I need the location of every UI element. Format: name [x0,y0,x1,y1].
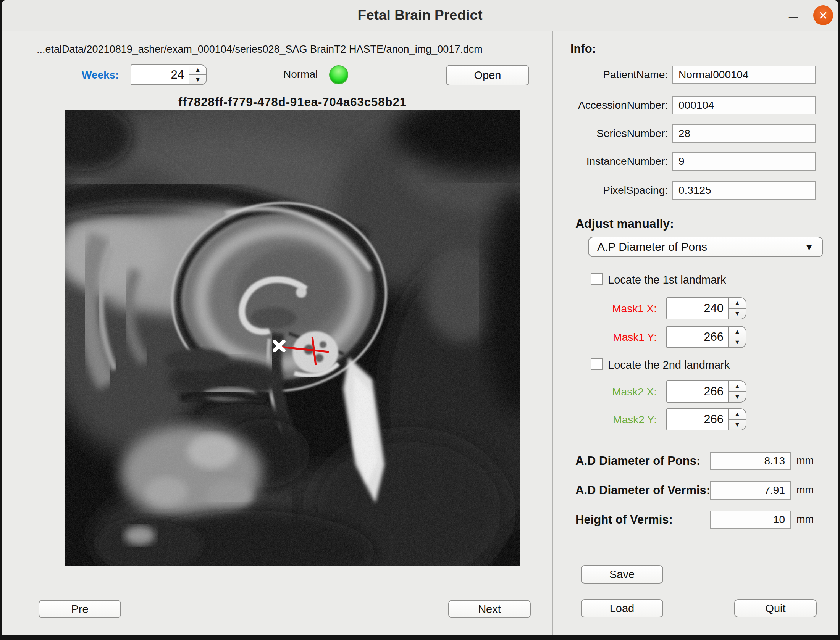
weeks-spinner: ▲ ▼ [189,65,206,84]
load-button-label: Load [610,602,635,615]
accession-number-field[interactable]: 000104 [672,96,816,114]
vermis-diameter-label: A.D Diameter of Vermis: [575,484,710,497]
dropdown-arrow-icon: ▼ [804,241,814,253]
mask2-y-spinbox[interactable]: 266 ▲ ▼ [666,408,746,430]
mask1-y-spinner: ▲ ▼ [729,327,746,347]
mask1-y-value[interactable]: 266 [667,327,729,347]
pons-diameter-label: A.D Diameter of Pons: [575,454,700,468]
quit-button-label: Quit [765,602,785,615]
app-window: Fetal Brain Predict – ✕ ...etalData/2021… [2,0,838,635]
instance-number-field[interactable]: 9 [672,152,816,171]
image-title: ff7828ff-f779-478d-91ea-704a63c58b21 [65,95,520,109]
mask2-x-value[interactable]: 266 [667,381,729,402]
mask2-y-value[interactable]: 266 [667,409,729,430]
patient-name-label: PatientName: [555,69,668,81]
series-number-value: 28 [678,127,690,140]
mri-image[interactable] [65,110,520,566]
vermis-diameter-field: 7.91 [710,481,791,500]
spin-up-icon[interactable]: ▲ [189,65,206,75]
vermis-height-label: Height of Vermis: [575,513,673,527]
pre-button[interactable]: Pre [39,600,121,618]
mask2-y-spinner: ▲ ▼ [729,409,746,430]
spin-down-icon[interactable]: ▼ [729,420,746,430]
mask2-x-label: Mask2 X: [592,386,657,398]
instance-number-label: InstanceNumber: [555,155,668,168]
save-button[interactable]: Save [581,565,663,584]
window-title: Fetal Brain Predict [2,0,838,31]
title-bar: Fetal Brain Predict – ✕ [2,0,838,31]
close-button[interactable]: ✕ [813,5,833,25]
landmark2-checkbox[interactable] [591,358,603,370]
landmark1-checkbox-label: Locate the 1st landmark [608,274,726,286]
accession-number-value: 000104 [678,99,714,111]
mask1-y-spinbox[interactable]: 266 ▲ ▼ [666,326,746,348]
load-button[interactable]: Load [581,599,663,617]
pons-diameter-unit: mm [796,455,814,467]
vermis-height-value: 10 [773,514,785,526]
mask2-y-label: Mask2 Y: [592,414,657,426]
landmark2-checkbox-label: Locate the 2nd landmark [608,359,730,371]
mri-canvas [65,110,520,566]
landmark1-checkbox[interactable] [591,273,603,285]
save-button-label: Save [609,568,635,581]
minimize-icon: – [789,6,798,26]
pixel-spacing-value: 0.3125 [678,184,711,197]
quit-button[interactable]: Quit [734,599,817,617]
next-button-label: Next [478,603,501,616]
mask1-x-spinner: ▲ ▼ [729,298,746,319]
weeks-label: Weeks: [82,69,119,81]
patient-name-field[interactable]: Normal000104 [672,66,816,84]
mask1-x-label: Mask1 X: [592,303,657,315]
mask2-x-spinner: ▲ ▼ [729,381,746,402]
status-indicator-icon [329,65,348,84]
accession-number-label: AccessionNumber: [555,99,668,111]
series-number-label: SeriesNumber: [555,127,668,140]
vermis-height-unit: mm [796,514,814,526]
spin-down-icon[interactable]: ▼ [729,392,746,402]
measurement-dropdown[interactable]: A.P Diameter of Pons ▼ [588,237,823,257]
spin-down-icon[interactable]: ▼ [729,309,746,319]
panel-divider [552,31,553,635]
spin-up-icon[interactable]: ▲ [729,298,746,309]
info-header: Info: [570,42,596,56]
mask1-x-spinbox[interactable]: 240 ▲ ▼ [666,297,746,319]
open-button-label: Open [474,69,501,82]
file-path: ...etalData/20210819_asher/exam_000104/s… [37,44,483,55]
mask2-x-spinbox[interactable]: 266 ▲ ▼ [666,380,746,403]
pixel-spacing-label: PixelSpacing: [555,184,668,197]
patient-name-value: Normal000104 [678,69,749,81]
next-button[interactable]: Next [448,600,531,618]
pre-button-label: Pre [71,603,88,616]
weeks-spinbox[interactable]: 24 ▲ ▼ [131,64,207,85]
spin-up-icon[interactable]: ▲ [729,409,746,420]
vermis-diameter-value: 7.91 [764,484,785,497]
weeks-value[interactable]: 24 [131,65,189,84]
spin-up-icon[interactable]: ▲ [729,381,746,392]
spin-up-icon[interactable]: ▲ [729,327,746,337]
pixel-spacing-field[interactable]: 0.3125 [672,181,816,200]
vermis-diameter-unit: mm [796,484,814,496]
spin-down-icon[interactable]: ▼ [729,337,746,347]
pons-diameter-field: 8.13 [710,452,791,470]
mask1-y-label: Mask1 Y: [592,331,657,343]
adjust-manually-header: Adjust manually: [575,217,674,231]
close-icon: ✕ [818,9,828,22]
measurement-dropdown-value: A.P Diameter of Pons [597,240,707,253]
vermis-height-field: 10 [710,511,791,529]
pons-diameter-value: 8.13 [764,455,785,467]
instance-number-value: 9 [678,155,685,168]
spin-down-icon[interactable]: ▼ [189,75,206,84]
status-label: Normal [283,68,318,81]
open-button[interactable]: Open [446,65,529,85]
series-number-field[interactable]: 28 [672,124,816,143]
minimize-button[interactable]: – [784,7,803,25]
mask1-x-value[interactable]: 240 [667,298,729,319]
